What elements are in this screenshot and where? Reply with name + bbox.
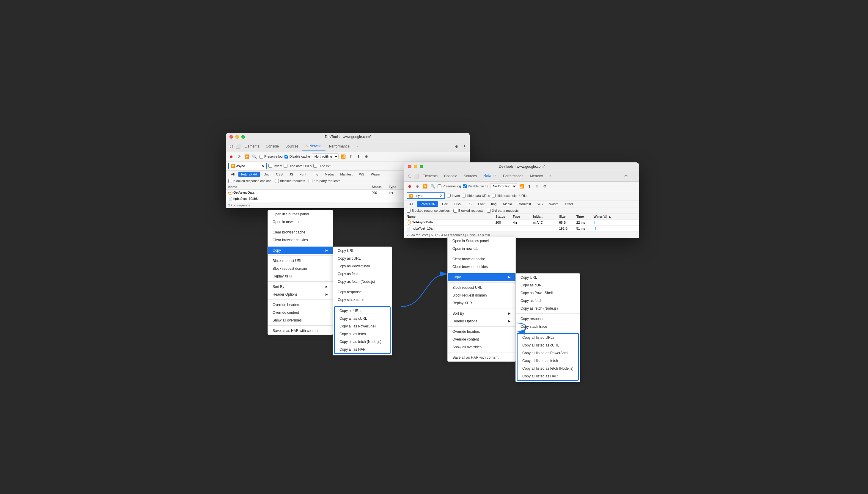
filter-font[interactable]: Font: [297, 172, 309, 177]
filter-manifest[interactable]: Manifest: [337, 172, 355, 177]
record-icon-2[interactable]: ⏺: [407, 183, 413, 189]
tab2-sources[interactable]: Sources: [461, 172, 480, 180]
table-row-2a[interactable]: ⟳GetAsyncData 200 xhr m.A4C 68 B 22 ms: [404, 220, 639, 226]
copy2-powershell[interactable]: Copy as PowerShell: [516, 289, 580, 297]
filter2-font[interactable]: Font: [475, 201, 487, 207]
invert-label[interactable]: Invert: [269, 164, 282, 168]
filter-js[interactable]: JS: [287, 172, 296, 177]
tab-console[interactable]: Console: [263, 142, 282, 151]
copy2-curl[interactable]: Copy as cURL: [516, 281, 580, 289]
close-button-2[interactable]: [408, 165, 411, 168]
network-settings-icon[interactable]: ⚙: [363, 153, 370, 159]
copy-all-urls[interactable]: Copy all URLs: [335, 307, 390, 315]
menu2-show-overrides[interactable]: Show all overrides: [448, 343, 515, 351]
menu-block-domain[interactable]: Block request domain: [268, 265, 333, 272]
filter-ws[interactable]: WS: [356, 172, 367, 177]
copy2-all-listed-fetch[interactable]: Copy all listed as fetch: [517, 357, 578, 365]
menu-header-options[interactable]: Header Options ▶: [268, 290, 333, 298]
menu2-open-sources[interactable]: Open in Sources panel: [448, 237, 515, 245]
throttling-select[interactable]: No throttling: [312, 153, 339, 159]
menu-replay-xhr[interactable]: Replay XHR: [268, 272, 333, 280]
hide-data-urls-label[interactable]: Hide data URLs: [283, 164, 312, 168]
clear-icon-2[interactable]: ⊘: [414, 183, 420, 189]
blocked-cookies-label-2[interactable]: Blocked response cookies: [407, 209, 450, 213]
filter-media[interactable]: Media: [322, 172, 336, 177]
copy-all-har[interactable]: Copy all as HAR: [335, 346, 390, 353]
clear-search-icon[interactable]: ✕: [261, 164, 264, 168]
copy2-fetch-node[interactable]: Copy as fetch (Node.js): [516, 305, 580, 312]
filter2-css[interactable]: CSS: [452, 201, 464, 207]
filter-all[interactable]: All: [228, 172, 237, 177]
cursor-icon-2[interactable]: ⬡: [407, 173, 413, 179]
copy2-all-listed-curl[interactable]: Copy all listed as cURL: [517, 341, 578, 349]
copy2-response[interactable]: Copy response: [516, 315, 580, 323]
search-box-1[interactable]: 🔽 ✕: [228, 163, 267, 169]
filter-icon[interactable]: 🔽: [244, 153, 250, 159]
copy-all-powershell[interactable]: Copy all as PowerShell: [335, 322, 390, 330]
copy2-all-listed-har[interactable]: Copy all listed as HAR: [517, 372, 578, 380]
menu2-replay-xhr[interactable]: Replay XHR: [448, 299, 515, 307]
menu-open-tab[interactable]: Open in new tab: [268, 218, 333, 226]
filter-img[interactable]: Img: [310, 172, 321, 177]
tab-elements[interactable]: Elements: [241, 142, 262, 151]
menu2-open-tab[interactable]: Open in new tab: [448, 245, 515, 252]
hide-data-urls-label-2[interactable]: Hide data URLs: [462, 194, 490, 197]
tab-network[interactable]: ⚠Network: [302, 142, 326, 151]
filter2-js[interactable]: JS: [465, 201, 474, 207]
tab2-elements[interactable]: Elements: [420, 172, 440, 180]
search-input-2[interactable]: [415, 194, 438, 197]
hide-ext-checkbox[interactable]: [313, 164, 317, 168]
copy-all-curl[interactable]: Copy all as cURL: [335, 315, 390, 322]
filter-fetch-xhr[interactable]: Fetch/XHR: [238, 172, 260, 177]
more-icon[interactable]: ⋮: [461, 144, 467, 149]
table-row-2b[interactable]: 📄hpba?vet=10a... 192 B 51 ms: [404, 226, 639, 232]
copy-powershell[interactable]: Copy as PowerShell: [333, 262, 392, 270]
copy-fetch[interactable]: Copy as fetch: [333, 270, 392, 278]
hide-ext-checkbox-2[interactable]: [492, 194, 495, 197]
close-button-1[interactable]: [230, 135, 233, 138]
preserve-log-checkbox[interactable]: [259, 155, 263, 158]
menu-clear-cookies[interactable]: Clear browser cookies: [268, 236, 333, 244]
third-party-checkbox[interactable]: [309, 179, 312, 183]
disable-cache-checkbox[interactable]: [284, 155, 288, 158]
copy-curl[interactable]: Copy as cURL: [333, 254, 392, 262]
network-settings-icon-2[interactable]: ⚙: [542, 183, 548, 189]
download-icon-2[interactable]: ⬇: [534, 183, 540, 189]
invert-label-2[interactable]: Invert: [447, 194, 460, 197]
copy2-all-listed-urls[interactable]: Copy all listed URLs: [517, 334, 578, 341]
device-icon[interactable]: ⬜: [235, 144, 241, 149]
wifi-icon[interactable]: 📶: [340, 153, 346, 159]
hide-data-urls-checkbox-2[interactable]: [462, 194, 466, 197]
copy-all-fetch-node[interactable]: Copy all as fetch (Node.js): [335, 338, 390, 346]
filter2-other[interactable]: Other: [562, 201, 576, 207]
blocked-requests-label[interactable]: Blocked requests: [275, 179, 305, 183]
filter2-media[interactable]: Media: [500, 201, 515, 207]
filter2-img[interactable]: Img: [488, 201, 499, 207]
settings-icon-2[interactable]: ⚙: [623, 173, 629, 179]
filter2-all[interactable]: All: [407, 201, 416, 207]
disable-cache-label-2[interactable]: Disable cache: [463, 184, 488, 188]
copy-all-fetch[interactable]: Copy all as fetch: [335, 330, 390, 338]
copy2-all-listed-fetch-node[interactable]: Copy all listed as fetch (Node.js): [517, 365, 578, 372]
tab2-memory[interactable]: Memory: [527, 172, 546, 180]
cursor-icon[interactable]: ⬡: [228, 144, 234, 149]
menu2-sort-by[interactable]: Sort By ▶: [448, 310, 515, 317]
upload-icon[interactable]: ⬆: [348, 153, 354, 159]
disable-cache-checkbox-2[interactable]: [463, 184, 467, 188]
blocked-cookies-checkbox[interactable]: [228, 179, 232, 183]
hide-ext-label[interactable]: Hide ext...: [313, 164, 333, 168]
filter2-manifest[interactable]: Manifest: [516, 201, 534, 207]
preserve-log-label[interactable]: Preserve log: [259, 155, 283, 158]
menu2-header-options[interactable]: Header Options ▶: [448, 317, 515, 325]
minimize-button-2[interactable]: [414, 165, 417, 168]
menu2-clear-cache[interactable]: Clear browser cache: [448, 255, 515, 263]
menu2-clear-cookies[interactable]: Clear browser cookies: [448, 263, 515, 271]
blocked-cookies-checkbox-2[interactable]: [407, 209, 411, 213]
filter-icon-2[interactable]: 🔽: [422, 183, 428, 189]
clear-search-icon-2[interactable]: ✕: [440, 194, 442, 198]
menu2-block-url[interactable]: Block request URL: [448, 284, 515, 291]
search-box-2[interactable]: 🔽 ✕: [407, 192, 445, 199]
tab-more[interactable]: »: [353, 142, 361, 151]
minimize-button-1[interactable]: [235, 135, 239, 138]
menu-sort-by[interactable]: Sort By ▶: [268, 283, 333, 290]
